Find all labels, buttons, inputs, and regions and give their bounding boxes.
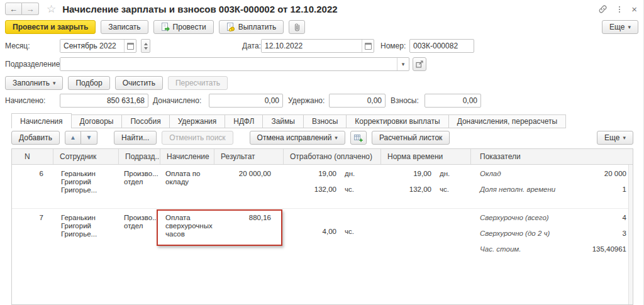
month-input[interactable] [60,40,124,52]
column-header-norm[interactable]: Норма времени [381,149,471,164]
tab-deductions[interactable]: Удержания [169,114,226,128]
number-input[interactable] [409,39,474,53]
close-icon[interactable]: × [631,4,637,14]
month-input-group [60,39,136,53]
tab-payment-adjustments[interactable]: Корректировки выплаты [346,114,448,128]
column-header-accrual[interactable]: Начисление [160,149,214,164]
cancel-search-button[interactable]: Отменить поиск [162,131,233,145]
column-header-n[interactable]: N [12,149,53,164]
link-icon[interactable] [598,4,608,14]
column-header-worked[interactable]: Отработано (оплачено) [284,149,381,164]
row-month: Месяц: Дата: Номер: [0,39,643,53]
tab-accruals[interactable]: Начисления [11,113,72,128]
tab-contracts[interactable]: Договоры [71,114,123,128]
pay-document-icon [226,23,235,31]
date-input[interactable] [262,40,362,52]
accrued-label: Начислено: [5,96,45,105]
clear-button[interactable]: Очистить [115,76,163,90]
tab-loans[interactable]: Займы [262,114,304,128]
paperclip-icon [293,23,301,31]
post-button[interactable]: Провести [153,20,214,34]
date-calendar-button[interactable] [362,40,374,52]
arrow-right-icon: → [26,4,35,14]
cell-result: 20 000,00 [214,165,284,208]
cell-department: Произво... отдел [119,209,160,272]
contributions-label: Взносы: [391,96,419,105]
cell-employee: Геранькин Григорий Григорье... [53,209,119,272]
back-button[interactable]: ← [5,3,22,15]
calendar-icon [365,43,372,50]
column-header-result[interactable]: Результат [214,149,284,164]
tab-benefits[interactable]: Пособия [121,114,169,128]
column-header-employee[interactable]: Сотрудник [53,149,119,164]
department-input[interactable] [60,58,397,70]
arrow-left-icon: ← [9,4,18,14]
add-row-button[interactable]: Добавить [11,131,60,145]
move-down-button[interactable]: ▼ [81,131,97,145]
number-label: Номер: [380,42,406,50]
cell-norm: 19,00дн. 132,00чс. [381,165,471,208]
chevron-down-icon: ▾ [53,80,56,86]
arrow-down-icon: ▼ [86,135,92,141]
month-spinner[interactable] [141,39,150,53]
tab-ndfl[interactable]: НДФЛ [225,114,263,128]
accrued-input[interactable] [60,94,148,108]
chevron-down-icon: ▾ [335,135,338,141]
table-header: N Сотрудник Подразд... Начисление Резуль… [12,149,633,165]
column-header-department[interactable]: Подразд... [119,149,160,164]
tab-contributions[interactable]: Взносы [303,114,347,128]
more-button-top[interactable]: Еще ▾ [602,20,638,34]
department-label: Подразделение: [5,60,62,69]
cell-employee: Геранькин Григорий Григорье... [53,165,119,208]
cell-indicators: Сверхурочно (всего)4 Сверхурочно (до 2 ч… [471,209,633,272]
recalculate-button[interactable]: Пересчитать [168,76,228,90]
table-row[interactable]: 6 Геранькин Григорий Григорье... Произво… [12,165,633,209]
more-button-grid[interactable]: Еще ▾ [597,131,633,145]
chevron-down-icon: ▾ [628,25,631,30]
attachments-button[interactable] [289,20,305,34]
grid-toolbar: Добавить ▲ ▼ Найти... Отменить поиск Отм… [11,130,633,145]
pay-slip-button[interactable]: Расчетный листок [372,131,450,145]
month-label: Месяц: [5,42,30,50]
month-calendar-button[interactable] [124,40,136,52]
cell-n: 7 [12,209,53,272]
document-window: ← → ☆ Начисление зарплаты и взносов 003К… [0,0,644,305]
chevron-down-icon: ▾ [402,61,405,67]
department-input-group: ▾ [60,57,409,71]
column-header-indicators[interactable]: Показатели [471,149,633,164]
vertical-scrollbar[interactable] [628,165,633,304]
post-and-close-button[interactable]: Провести и закрыть [5,20,96,34]
document-title: Начисление зарплаты и взносов 003К-00000… [62,4,337,14]
forward-button[interactable]: → [22,3,39,15]
cell-worked: 4,00чс. [284,209,381,272]
table-row[interactable]: 7 Геранькин Григорий Григорье... Произво… [12,209,633,272]
date-label: Дата: [242,42,261,50]
more-menu-icon[interactable] [616,6,623,13]
contributions-input[interactable] [425,94,481,108]
cell-worked: 19,00дн. 132,00чс. [284,165,381,208]
pick-button[interactable]: Подбор [68,76,109,90]
open-form-icon [416,60,423,68]
grid-insert-button[interactable] [350,131,367,145]
withheld-input[interactable] [329,94,386,108]
cell-department: Произво... отдел [119,165,160,208]
fill-button[interactable]: Заполнить ▾ [5,76,63,90]
added-label: Доначислено: [153,96,201,105]
tab-recalculations[interactable]: Доначисления, перерасчеты [448,114,566,128]
department-dropdown-button[interactable]: ▾ [397,58,409,70]
titlebar: ← → ☆ Начисление зарплаты и взносов 003К… [0,0,643,18]
department-open-button[interactable] [413,57,426,71]
save-button[interactable]: Записать [101,20,148,34]
cell-accrual: Оплата сверхурочных часов [160,209,214,272]
cell-n: 6 [12,165,53,208]
totals-row: Начислено: Доначислено: Удержано: Взносы… [0,94,643,108]
added-input[interactable] [209,94,283,108]
nav-buttons: ← → [5,3,39,15]
find-button[interactable]: Найти... [114,131,157,145]
move-up-button[interactable]: ▲ [65,131,81,145]
pay-button[interactable]: Выплатить [219,20,284,34]
fill-toolbar: Заполнить ▾ Подбор Очистить Пересчитать [5,76,228,90]
cell-accrual: Оплата по окладу [160,165,214,208]
favorite-star-icon[interactable]: ☆ [47,3,56,16]
undo-corrections-button[interactable]: Отмена исправлений ▾ [250,131,345,145]
